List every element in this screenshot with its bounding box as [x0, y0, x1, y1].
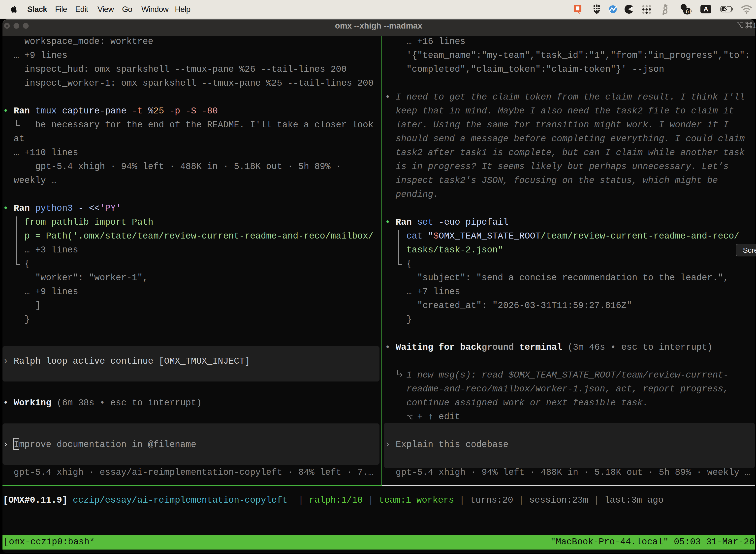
svg-text:..61: ..61 — [683, 8, 692, 14]
svg-text:1: 1 — [753, 21, 756, 29]
